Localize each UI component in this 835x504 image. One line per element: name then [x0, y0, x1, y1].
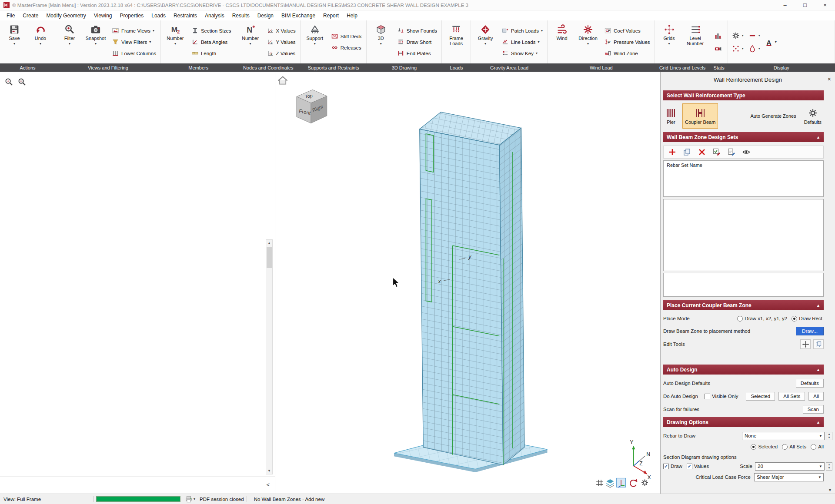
ribbon-button-show-founds[interactable]: Show Founds [395, 26, 439, 36]
zoom-out-icon[interactable] [17, 77, 27, 86]
menu-design[interactable]: Design [254, 11, 277, 20]
menu-report[interactable]: Report [319, 11, 343, 20]
ribbon-button-length[interactable]: Length [190, 48, 233, 59]
rebar-to-draw-select[interactable]: None ▼ [742, 432, 825, 440]
menu-file[interactable]: File [3, 11, 19, 20]
scrollbar-thumb[interactable] [267, 247, 272, 268]
ribbon-button-number[interactable]: M2Number▾ [163, 21, 188, 63]
menu-modify-geometry[interactable]: Modify Geometry [42, 11, 90, 20]
critical-load-select[interactable]: Shear Major ▼ [754, 473, 824, 481]
ribbon-button-save[interactable]: Save▾ [2, 21, 27, 63]
close-button[interactable]: × [815, 0, 835, 10]
ribbon-button-end-plates[interactable]: End Plates [395, 48, 439, 59]
edit-set-button[interactable] [727, 148, 736, 156]
auto-generate-zones-button[interactable]: Auto Generate Zones [748, 103, 798, 129]
layers-button[interactable] [606, 479, 614, 487]
draw-button[interactable]: Draw... [796, 327, 824, 335]
ribbon-button-x-values[interactable]: xX Values [265, 26, 297, 36]
panel-close-icon[interactable]: × [828, 76, 831, 83]
radio-scope-all-sets[interactable] [782, 444, 788, 450]
ribbon-button-releases[interactable]: Releases [329, 43, 364, 53]
section-header-drawing-options[interactable]: Drawing Options ▲ [663, 417, 824, 427]
collapse-up-icon[interactable]: ▲ [816, 420, 820, 424]
radio-draw-rect[interactable] [792, 316, 797, 322]
section-header-design-sets[interactable]: Wall Beam Zone Design Sets ▲ [663, 132, 824, 142]
design-sets-list[interactable] [663, 199, 824, 271]
ribbon-button-direction[interactable]: Direction▾ [575, 21, 601, 63]
minimize-button[interactable]: – [775, 0, 795, 10]
ribbon-button-z-values[interactable]: zZ Values [265, 48, 297, 59]
panel-scroll-down-icon[interactable]: ▼ [828, 488, 832, 492]
ribbon-button-projector[interactable] [714, 43, 722, 54]
menu-properties[interactable]: Properties [116, 11, 148, 20]
printer-button[interactable]: ▾ [185, 495, 195, 503]
coupler-beam-button[interactable]: Coupler Beam [682, 103, 718, 129]
ribbon-button-gravity[interactable]: Gravity▾ [473, 21, 498, 63]
design-sets-detail[interactable] [663, 273, 824, 297]
rebar-spinner[interactable]: ▲▼ [826, 432, 832, 440]
ribbon-button-grids[interactable]: Grids▾ [657, 21, 682, 63]
model-viewport[interactable]: Top Front Right [275, 72, 660, 494]
collapse-up-icon[interactable]: ▲ [816, 368, 820, 372]
ribbon-button-line-loads[interactable]: Line Loads▾ [500, 37, 544, 47]
menu-help[interactable]: Help [343, 11, 361, 20]
auto-defaults-button[interactable]: Defaults [796, 379, 824, 388]
ribbon-button-level-number[interactable]: Level Number [683, 21, 708, 63]
viewport-settings-button[interactable] [641, 480, 648, 486]
scale-spinner[interactable]: ▲▼ [826, 462, 832, 471]
menu-bim-exchange[interactable]: BIM Exchange [277, 11, 319, 20]
left-scrollbar[interactable]: ▲ ▼ [266, 239, 273, 474]
check-set-button[interactable] [712, 148, 721, 156]
scroll-up-icon[interactable]: ▲ [267, 240, 271, 246]
section-header-auto-design[interactable]: Auto Design ▲ [663, 365, 824, 375]
values-checkbox[interactable]: ✓ [687, 464, 692, 469]
maximize-button[interactable]: □ [795, 0, 815, 10]
defaults-button[interactable]: Defaults [802, 103, 824, 129]
menu-results[interactable]: Results [228, 11, 254, 20]
ribbon-button-wind-zone[interactable]: WWind Zone [602, 48, 652, 59]
ribbon-button-stiff-deck[interactable]: Stiff Deck [329, 31, 364, 42]
ribbon-button-show-key[interactable]: Show Key▾ [500, 48, 544, 59]
ribbon-button-lower-columns[interactable]: Lower Columns [110, 48, 158, 59]
ribbon-button-frame-loads[interactable]: Frame Loads [444, 21, 469, 63]
scale-select[interactable]: 20 ▼ [755, 462, 825, 471]
section-header-place-zone[interactable]: Place Current Coupler Beam Zone ▲ [663, 300, 824, 310]
ribbon-button-coef-values[interactable]: CPCoef Values [602, 26, 652, 36]
grid-toggle-button[interactable] [596, 480, 603, 486]
left-panel-list[interactable]: ▲ ▼ [0, 237, 275, 477]
radio-scope-selected[interactable] [751, 444, 756, 450]
move-tool-button[interactable] [800, 339, 811, 349]
ribbon-button-droplet[interactable]: ▾ [748, 43, 760, 54]
auto-all-button[interactable]: All [808, 392, 824, 401]
scan-button[interactable]: Scan [803, 405, 824, 414]
ribbon-button-frame-views[interactable]: Frame Views▾ [110, 26, 158, 36]
delete-set-button[interactable] [698, 148, 706, 156]
ribbon-button-section-sizes[interactable]: Section Sizes [190, 26, 233, 36]
add-set-button[interactable] [668, 148, 677, 156]
ribbon-button-number[interactable]: NNumber▾ [238, 21, 263, 63]
ribbon-button-patch-loads[interactable]: Patch Loads▾ [500, 26, 544, 36]
ribbon-button-y-values[interactable]: yY Values [265, 37, 297, 47]
collapse-left-icon[interactable]: < [266, 481, 270, 488]
radio-draw-coords[interactable] [737, 316, 743, 322]
ribbon-button-support[interactable]: Support▾ [302, 21, 327, 63]
section-header-select-type[interactable]: Select Wall Reinforcement Type [663, 90, 824, 100]
axes-snap-button[interactable] [617, 478, 626, 487]
home-button[interactable] [278, 76, 287, 84]
copy-tool-button[interactable] [813, 339, 824, 349]
ribbon-button-dotsplus[interactable]: ▾ [731, 43, 744, 54]
ribbon-button-view-filters[interactable]: View Filters▾ [110, 37, 158, 47]
ribbon-button-wind[interactable]: Wind [549, 21, 574, 63]
radio-scope-all[interactable] [811, 444, 816, 450]
menu-loads[interactable]: Loads [147, 11, 170, 20]
pier-button[interactable]: Pier [663, 103, 679, 129]
menu-restraints[interactable]: Restraints [170, 11, 201, 20]
mesh-model[interactable]: y x [420, 112, 524, 465]
ribbon-button-snapshot[interactable]: Snapshot▾ [83, 21, 108, 63]
collapse-up-icon[interactable]: ▲ [816, 303, 820, 308]
ribbon-button-undo[interactable]: Undo▾ [28, 21, 53, 63]
ribbon-button-gear[interactable]: ▾ [731, 30, 744, 41]
zoom-in-icon[interactable] [4, 77, 13, 86]
ribbon-button-lettera[interactable]: A▾ [765, 36, 777, 47]
rebar-set-list-header[interactable]: Rebar Set Name [663, 160, 824, 197]
